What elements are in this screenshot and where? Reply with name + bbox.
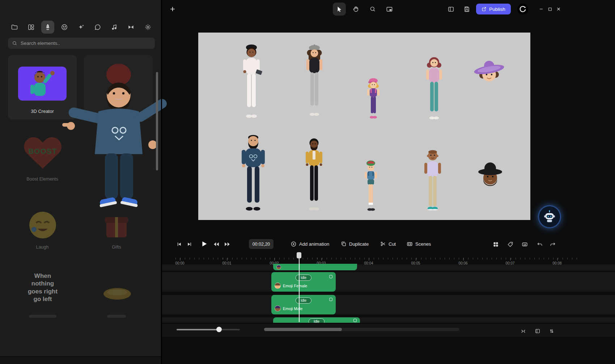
- clip-avatar: [275, 283, 281, 289]
- window-close-icon[interactable]: [554, 5, 563, 13]
- clip-state-badge[interactable]: Idle: [296, 297, 311, 304]
- avatar-woman-pink-top[interactable]: [419, 54, 450, 120]
- avatar-girl-pink-cap[interactable]: [360, 77, 386, 120]
- avatar-boy-green-cap[interactable]: [358, 159, 383, 212]
- element-card-label: Gifts: [82, 245, 151, 250]
- playhead-line: [299, 253, 300, 322]
- meme-line: nothing: [11, 280, 75, 287]
- sidebar-footer: [0, 356, 161, 364]
- scenes-icon: [407, 241, 413, 247]
- timeline-clip-partial-bottom[interactable]: Idle: [273, 317, 360, 323]
- skip-to-start-button[interactable]: [174, 240, 184, 249]
- duplicate-button[interactable]: Duplicate: [341, 239, 369, 249]
- element-card-label: [29, 315, 56, 318]
- redo-icon[interactable]: [548, 240, 557, 249]
- app-logo[interactable]: [517, 4, 528, 14]
- subtitles-icon[interactable]: [520, 240, 529, 249]
- boost-thumb-text: BOOST: [19, 147, 67, 156]
- search-bar: [8, 38, 155, 49]
- 3d-creator-thumbnail: [18, 67, 67, 101]
- pip-preview-icon[interactable]: [383, 3, 396, 16]
- track-row: [162, 295, 615, 314]
- projects-folder-icon[interactable]: [8, 21, 21, 34]
- stage-canvas[interactable]: [198, 33, 530, 220]
- duplicate-icon: [341, 241, 347, 247]
- element-card-boost[interactable]: BOOST: [19, 131, 67, 173]
- music-icon[interactable]: [108, 21, 121, 34]
- clip-avatar: [275, 305, 281, 312]
- clip-avatar: [276, 265, 281, 270]
- search-icon: [12, 41, 17, 46]
- pan-hand-tool[interactable]: [349, 3, 362, 16]
- track-row: [162, 264, 615, 271]
- avatar-woman-white-outfit[interactable]: [235, 43, 268, 120]
- zoom-slider-thumb[interactable]: [216, 327, 222, 332]
- messages-icon[interactable]: [91, 21, 104, 34]
- meme-line: When: [11, 272, 75, 280]
- publish-button[interactable]: Publish: [476, 4, 511, 14]
- avatar-man-yellow-jacket[interactable]: [298, 136, 330, 212]
- settings-gear-icon[interactable]: [141, 21, 154, 34]
- element-card-meme-text[interactable]: When nothing goes right go left: [11, 272, 75, 303]
- clip-state-badge[interactable]: Idle: [309, 318, 325, 323]
- emoji-smiley-icon[interactable]: [58, 21, 71, 34]
- select-cursor-tool[interactable]: [333, 3, 346, 16]
- publish-share-icon: [482, 7, 487, 12]
- main-area: Publish: [162, 0, 615, 364]
- current-time-display: 00:02,20: [249, 239, 273, 249]
- scenes-button[interactable]: Scenes: [407, 239, 431, 249]
- tab-elements-rocket-icon[interactable]: [41, 21, 54, 34]
- avatar-head-black-hat[interactable]: [473, 162, 507, 189]
- sidebar-scrollbar[interactable]: [156, 72, 158, 170]
- elements-grid-icon[interactable]: [491, 240, 500, 249]
- plus-circle-icon: [290, 241, 297, 247]
- skip-to-end-button[interactable]: [185, 240, 194, 249]
- undo-icon[interactable]: [535, 240, 544, 249]
- panel-divider: [161, 0, 162, 364]
- play-button[interactable]: [199, 238, 209, 249]
- avatar-woman-beret[interactable]: [299, 43, 330, 117]
- video-editor-app: 3D Creator BOOST Boost Elements Laugh: [0, 0, 615, 364]
- element-card-laugh[interactable]: [28, 211, 57, 240]
- reorder-tracks-icon[interactable]: [547, 326, 556, 336]
- avatar-man-lavender-tee[interactable]: [417, 148, 449, 212]
- collapse-timeline-icon[interactable]: [518, 326, 528, 336]
- timeline-scrollbar-thumb[interactable]: [264, 328, 342, 331]
- mascot-character-preview[interactable]: [61, 72, 169, 216]
- avatar-head-purple-hat[interactable]: [470, 61, 508, 85]
- clip-frame-icon[interactable]: [329, 275, 332, 278]
- timeline-clip-emoji-male[interactable]: Idle Emoji Male: [271, 295, 336, 314]
- timeline-zoom-slider[interactable]: [177, 329, 240, 330]
- fast-forward-button[interactable]: [222, 240, 232, 249]
- element-card-label: Laugh: [8, 245, 77, 250]
- templates-icon[interactable]: [25, 21, 38, 34]
- zoom-tool[interactable]: [366, 3, 379, 16]
- element-card-gold[interactable]: [102, 285, 132, 302]
- tag-icon[interactable]: [505, 240, 515, 249]
- timeline-ruler[interactable]: [175, 258, 578, 259]
- effects-sparkles-icon[interactable]: [75, 21, 88, 34]
- layout-toggle-icon[interactable]: [444, 3, 457, 16]
- duplicate-label: Duplicate: [349, 241, 369, 247]
- transitions-icon[interactable]: [124, 21, 137, 34]
- add-animation-button[interactable]: Add animation: [290, 239, 329, 249]
- add-scene-button[interactable]: [166, 3, 179, 16]
- clip-frame-icon[interactable]: [329, 298, 332, 301]
- window-maximize-icon[interactable]: [546, 5, 554, 13]
- clip-name: Emoji Male: [283, 306, 302, 311]
- ai-assistant-button[interactable]: [539, 206, 560, 227]
- panel-toggle-icon[interactable]: [533, 326, 542, 336]
- playhead-handle[interactable]: [297, 252, 301, 258]
- cut-label: Cut: [389, 241, 396, 247]
- window-minimize-icon[interactable]: [537, 5, 546, 13]
- timeline-clip-partial-top[interactable]: [273, 264, 357, 270]
- save-icon[interactable]: [460, 3, 473, 16]
- cut-button[interactable]: Cut: [380, 239, 396, 249]
- rewind-button[interactable]: [212, 240, 221, 249]
- search-input[interactable]: [21, 41, 151, 46]
- avatar-man-navy-owl-sweater[interactable]: [235, 133, 271, 213]
- clip-state-badge[interactable]: Idle: [296, 275, 311, 281]
- clip-frame-icon[interactable]: [353, 319, 357, 322]
- meme-line: go left: [11, 295, 75, 303]
- timeline-clip-emoji-female[interactable]: Idle Emoji Female: [271, 272, 336, 292]
